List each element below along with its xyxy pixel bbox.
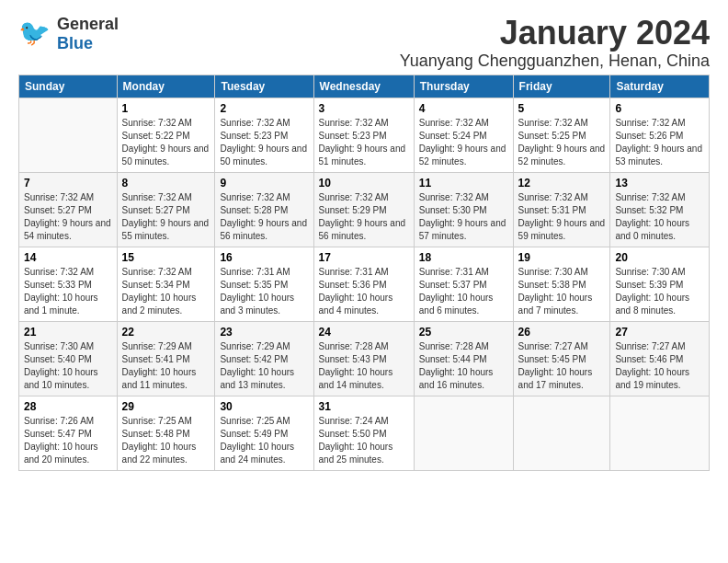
day-number: 8 [122,177,210,190]
day-info: Sunrise: 7:32 AM Sunset: 5:27 PM Dayligh… [24,191,112,243]
sunrise: Sunrise: 7:32 AM [419,192,489,202]
day-info: Sunrise: 7:32 AM Sunset: 5:34 PM Dayligh… [122,266,210,317]
sunrise: Sunrise: 7:28 AM [319,341,389,351]
day-number: 27 [615,326,704,339]
day-number: 15 [122,251,210,264]
day-number: 12 [518,177,606,190]
calendar-cell [19,98,118,172]
day-info: Sunrise: 7:26 AM Sunset: 5:47 PM Dayligh… [24,415,112,466]
day-number: 1 [122,102,210,115]
col-sunday: Sunday [19,75,118,98]
day-info: Sunrise: 7:32 AM Sunset: 5:33 PM Dayligh… [24,266,112,317]
daylight: Daylight: 10 hours and 25 minutes. [319,442,393,465]
daylight: Daylight: 10 hours and 13 minutes. [220,367,294,390]
day-info: Sunrise: 7:32 AM Sunset: 5:26 PM Dayligh… [615,117,704,168]
day-info: Sunrise: 7:32 AM Sunset: 5:30 PM Dayligh… [419,191,508,243]
svg-text:🐦: 🐦 [18,17,51,48]
day-number: 17 [319,251,409,264]
calendar-cell: 15 Sunrise: 7:32 AM Sunset: 5:34 PM Dayl… [117,247,215,321]
daylight: Daylight: 9 hours and 51 minutes. [319,144,406,167]
sunset: Sunset: 5:38 PM [518,280,586,290]
daylight: Daylight: 9 hours and 56 minutes. [220,218,307,241]
daylight: Daylight: 9 hours and 53 minutes. [615,144,702,167]
day-number: 5 [518,102,606,115]
page-container: 🐦 General Blue January 2024 Yuanyang Che… [0,0,728,480]
sunrise: Sunrise: 7:32 AM [24,267,94,277]
sunrise: Sunrise: 7:32 AM [319,192,389,202]
sunset: Sunset: 5:31 PM [518,205,586,215]
logo-blue: Blue [57,34,93,52]
sunset: Sunset: 5:28 PM [220,205,288,215]
daylight: Daylight: 10 hours and 2 minutes. [122,293,197,316]
sunset: Sunset: 5:34 PM [122,280,190,290]
daylight: Daylight: 9 hours and 52 minutes. [419,144,506,167]
col-saturday: Saturday [610,75,710,98]
calendar-week-2: 7 Sunrise: 7:32 AM Sunset: 5:27 PM Dayli… [19,172,710,247]
title-area: January 2024 Yuanyang Chengguanzhen, Hen… [400,15,710,71]
day-number: 21 [24,326,112,339]
sunrise: Sunrise: 7:32 AM [615,192,685,202]
daylight: Daylight: 10 hours and 7 minutes. [518,293,593,316]
sunrise: Sunrise: 7:27 AM [518,341,588,351]
day-number: 28 [24,400,112,413]
day-number: 3 [319,102,409,115]
calendar-cell: 3 Sunrise: 7:32 AM Sunset: 5:23 PM Dayli… [313,98,414,172]
calendar-cell: 4 Sunrise: 7:32 AM Sunset: 5:24 PM Dayli… [414,98,513,172]
sunrise: Sunrise: 7:25 AM [122,416,192,426]
day-number: 23 [220,326,308,339]
sunset: Sunset: 5:26 PM [615,131,683,141]
daylight: Daylight: 10 hours and 6 minutes. [419,293,494,316]
header: 🐦 General Blue January 2024 Yuanyang Che… [18,15,710,71]
day-number: 20 [615,251,704,264]
day-info: Sunrise: 7:32 AM Sunset: 5:27 PM Dayligh… [122,191,210,243]
calendar-cell: 17 Sunrise: 7:31 AM Sunset: 5:36 PM Dayl… [313,247,414,321]
daylight: Daylight: 10 hours and 22 minutes. [122,442,197,465]
sunset: Sunset: 5:25 PM [518,131,586,141]
calendar-week-1: 1 Sunrise: 7:32 AM Sunset: 5:22 PM Dayli… [19,98,710,172]
day-info: Sunrise: 7:30 AM Sunset: 5:39 PM Dayligh… [615,266,704,317]
day-number: 30 [220,400,308,413]
day-info: Sunrise: 7:31 AM Sunset: 5:35 PM Dayligh… [220,266,308,317]
sunrise: Sunrise: 7:32 AM [615,118,685,128]
sunset: Sunset: 5:45 PM [518,354,586,364]
day-info: Sunrise: 7:32 AM Sunset: 5:25 PM Dayligh… [518,117,606,168]
daylight: Daylight: 9 hours and 50 minutes. [220,144,307,167]
calendar-cell: 5 Sunrise: 7:32 AM Sunset: 5:25 PM Dayli… [513,98,610,172]
calendar-cell: 10 Sunrise: 7:32 AM Sunset: 5:29 PM Dayl… [313,172,414,247]
daylight: Daylight: 10 hours and 24 minutes. [220,442,294,465]
day-info: Sunrise: 7:25 AM Sunset: 5:49 PM Dayligh… [220,415,308,466]
sunrise: Sunrise: 7:27 AM [615,341,685,351]
sunset: Sunset: 5:23 PM [319,131,387,141]
sunset: Sunset: 5:46 PM [615,354,683,364]
sunrise: Sunrise: 7:32 AM [122,118,192,128]
daylight: Daylight: 10 hours and 17 minutes. [518,367,593,390]
sunrise: Sunrise: 7:32 AM [122,267,192,277]
daylight: Daylight: 10 hours and 3 minutes. [220,293,294,316]
col-tuesday: Tuesday [215,75,313,98]
sunrise: Sunrise: 7:32 AM [122,192,192,202]
day-info: Sunrise: 7:24 AM Sunset: 5:50 PM Dayligh… [319,415,409,466]
sunset: Sunset: 5:41 PM [122,354,190,364]
day-info: Sunrise: 7:31 AM Sunset: 5:37 PM Dayligh… [419,266,508,317]
logo-icon: 🐦 [18,16,51,52]
calendar-week-5: 28 Sunrise: 7:26 AM Sunset: 5:47 PM Dayl… [19,396,710,470]
header-row: Sunday Monday Tuesday Wednesday Thursday… [19,75,710,98]
daylight: Daylight: 10 hours and 20 minutes. [24,442,98,465]
daylight: Daylight: 9 hours and 57 minutes. [419,218,506,241]
location-title: Yuanyang Chengguanzhen, Henan, China [400,52,710,71]
sunset: Sunset: 5:44 PM [419,354,487,364]
day-number: 31 [319,400,409,413]
sunset: Sunset: 5:48 PM [122,429,190,439]
col-thursday: Thursday [414,75,513,98]
sunrise: Sunrise: 7:32 AM [220,118,290,128]
calendar-cell: 20 Sunrise: 7:30 AM Sunset: 5:39 PM Dayl… [610,247,710,321]
calendar-cell: 21 Sunrise: 7:30 AM Sunset: 5:40 PM Dayl… [19,321,118,396]
sunset: Sunset: 5:27 PM [24,205,92,215]
calendar-cell: 30 Sunrise: 7:25 AM Sunset: 5:49 PM Dayl… [215,396,313,470]
day-number: 29 [122,400,210,413]
sunrise: Sunrise: 7:29 AM [220,341,290,351]
col-monday: Monday [117,75,215,98]
sunset: Sunset: 5:43 PM [319,354,387,364]
sunset: Sunset: 5:42 PM [220,354,288,364]
day-info: Sunrise: 7:32 AM Sunset: 5:24 PM Dayligh… [419,117,508,168]
